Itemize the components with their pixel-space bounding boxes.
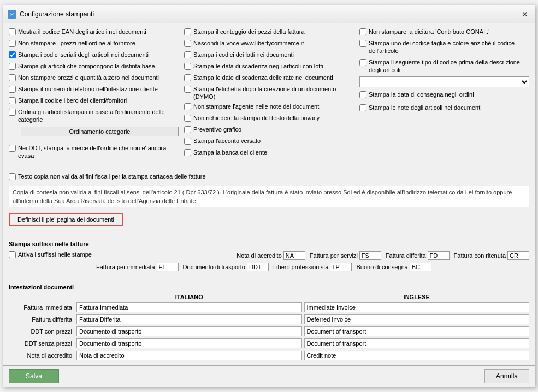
checkbox-acconto[interactable] (184, 138, 191, 145)
fattura-immediata-eng-input[interactable] (304, 302, 530, 312)
checkbox-item: Stampa gli articoli che compongono la di… (9, 62, 179, 72)
checkbox-acconto-label: Stampa l'acconto versato (193, 137, 261, 145)
checkbox-conteggio-pezzi-label: Stampa il conteggio dei pezzi della fatt… (193, 28, 305, 35)
checkbox-item: Stampa il seguente tipo di codice prima … (359, 58, 529, 74)
cancel-button[interactable]: Annulla (484, 369, 529, 383)
checkbox-telefono[interactable] (9, 86, 16, 93)
checkbox-preventivo[interactable] (184, 126, 191, 133)
checkbox-item: Ordina gli articoli stampati in base all… (9, 108, 179, 124)
intestazioni-section: Intestazioni documenti ITALIANO INGLESE … (9, 283, 529, 360)
checkbox-banca[interactable] (184, 149, 191, 156)
checkbox-data-consegna[interactable] (359, 91, 366, 98)
divider1 (9, 165, 529, 165)
suffix-ddt: Documento di trasporto (183, 263, 269, 271)
suffix-fattura-ritenuta: Fattura con ritenuta (454, 251, 529, 260)
fattura-differita-ita-input[interactable] (76, 314, 302, 324)
checkbox-prezzi-ordine[interactable] (9, 40, 16, 47)
save-button[interactable]: Salva (9, 369, 59, 383)
checkbox-testo-copia[interactable] (9, 173, 16, 180)
checkbox-item: Stampa i codici dei lotti nei documenti (184, 51, 354, 61)
checkbox-dymo[interactable] (184, 86, 191, 93)
checkbox-scadenza-rate[interactable] (184, 74, 191, 81)
checkbox-data-consegna-label: Stampa la data di consegna negli ordini (369, 91, 474, 98)
suffix-fattura-differita-input[interactable] (428, 251, 450, 260)
checkbox-ordinamento[interactable] (9, 109, 16, 116)
checkbox-item: Stampa le data di scadenza negli articol… (184, 62, 354, 72)
checkbox-item: Non stampare i prezzi nell'ordine al for… (9, 39, 179, 49)
checkbox-item: Non stampare la dicitura 'Contributo CON… (359, 28, 529, 38)
close-button[interactable]: ✕ (519, 9, 530, 20)
checkbox-item: Non stampare l'agente nelle note dei doc… (184, 103, 354, 112)
checkbox-ddt-merce[interactable] (9, 145, 16, 152)
suffix-fattura-servizi: Fattura per servizi (310, 251, 381, 260)
checkbox-banca-label: Stampa la banca del cliente (193, 149, 267, 156)
ddt-con-prezzi-ita-input[interactable] (76, 326, 302, 336)
checkbox-codice-libero-label: Stampa il codice libero dei clienti/forn… (18, 97, 127, 104)
content-area: Mostra il codice EAN degli articoli nei … (3, 23, 535, 365)
checkbox-item: Stampa l'etichetta dopo la creazione di … (184, 85, 354, 101)
checkbox-item: Stampa il conteggio dei pezzi della fatt… (184, 28, 354, 38)
suffix-libero-prof-input[interactable] (330, 263, 352, 271)
checkbox-scadenza-lotti-label: Stampa le data di scadenza negli articol… (193, 62, 323, 70)
intestazioni-row-label: DDT senza prezzi (9, 340, 74, 347)
suffix-fattura-ritenuta-input[interactable] (507, 251, 529, 260)
checkbox-prezzi-zero[interactable] (9, 74, 16, 81)
suffix-fattura-immediata-input[interactable] (157, 263, 179, 271)
checkbox-item: Mostra il codice EAN degli articoli nei … (9, 28, 179, 38)
suffix-fattura-differita: Fattura differita (386, 251, 450, 260)
suffix-buono-consegna: Buono di consegna (356, 263, 431, 271)
sort-button[interactable]: Ordinamento categorie (21, 127, 179, 136)
checkbox-distinta-base[interactable] (9, 63, 16, 70)
checkbox-note-articoli[interactable] (359, 104, 366, 111)
ddt-con-prezzi-eng-input[interactable] (304, 326, 530, 336)
intestazioni-row: DDT senza prezzi (9, 338, 529, 348)
suffix-nota-accredito-input[interactable] (283, 251, 305, 260)
nota-accredito-eng-input[interactable] (304, 351, 530, 360)
checkbox-conai[interactable] (359, 28, 366, 35)
checkbox-item: Stampa l'acconto versato (184, 137, 354, 147)
suffissi-title: Stampa suffissi nelle fatture (9, 240, 529, 248)
checkbox-item: Non stampare prezzi e quantità a zero ne… (9, 74, 179, 84)
tipo-codice-select[interactable] (359, 76, 529, 87)
checkbox-nascondi-voce[interactable] (184, 40, 191, 47)
checkbox-codice-libero[interactable] (9, 97, 16, 104)
fattura-differita-eng-input[interactable] (304, 314, 530, 324)
dialog-title: Configurazione stampanti (20, 10, 94, 18)
checkbox-prezzi-zero-label: Non stampare prezzi e quantità a zero ne… (18, 74, 159, 81)
checkbox-lotti[interactable] (184, 51, 191, 58)
checkbox-testo-copia-label: Testo copia non valida ai fini fiscali p… (18, 173, 206, 180)
checkbox-item: Stampa uno dei codice taglia e colore an… (359, 39, 529, 55)
intestazioni-row: Nota di accredito (9, 351, 529, 360)
checkbox-codici-seriali[interactable] (9, 51, 16, 58)
checkbox-item: Stampa il numero di telefono nell'intest… (9, 85, 179, 95)
fattura-immediata-ita-input[interactable] (76, 302, 302, 312)
intestazioni-row: Fattura immediata (9, 302, 529, 312)
suffix-buono-consegna-input[interactable] (410, 263, 431, 271)
ddt-senza-prezzi-eng-input[interactable] (304, 338, 530, 348)
suffix-ddt-input[interactable] (247, 263, 269, 271)
intestazioni-row: DDT con prezzi (9, 326, 529, 336)
checkbox-dymo-label: Stampa l'etichetta dopo la creazione di … (193, 85, 354, 101)
intestazioni-row-label: Fattura differita (9, 316, 74, 323)
checkbox-tipo-codice[interactable] (359, 59, 366, 66)
define-footer-button[interactable]: Definisci il pie' pagina dei documenti (9, 213, 123, 226)
col2: Stampa il conteggio dei pezzi della fatt… (184, 28, 354, 159)
checkbox-ean[interactable] (9, 28, 16, 35)
checkbox-privacy-label: Non richiedere la stampa del testo della… (193, 114, 320, 122)
col3-group2: Stampa il seguente tipo di codice prima … (359, 58, 529, 88)
checkbox-conteggio-pezzi[interactable] (184, 28, 191, 35)
copy-text-area[interactable]: Copia di cortesia non valida ai fini fis… (9, 186, 529, 207)
checkbox-scadenza-lotti[interactable] (184, 63, 191, 70)
checkbox-conai-label: Non stampare la dicitura 'Contributo CON… (369, 28, 489, 35)
nota-accredito-ita-input[interactable] (76, 351, 302, 360)
checkbox-item: Nei DDT, stampa la merce dell'ordine che… (9, 144, 179, 160)
checkbox-agente[interactable] (184, 103, 191, 110)
checkbox-privacy[interactable] (184, 115, 191, 122)
intestazioni-row-label: Nota di accredito (9, 352, 74, 359)
intestazioni-col-inglese: INGLESE (304, 294, 530, 300)
suffix-fattura-servizi-input[interactable] (359, 251, 381, 260)
checkbox-attiva-suffissi[interactable] (9, 251, 16, 258)
checkbox-taglia-colore[interactable] (359, 40, 366, 47)
suffix-fattura-servizi-label: Fattura per servizi (310, 252, 358, 259)
ddt-senza-prezzi-ita-input[interactable] (76, 338, 302, 348)
